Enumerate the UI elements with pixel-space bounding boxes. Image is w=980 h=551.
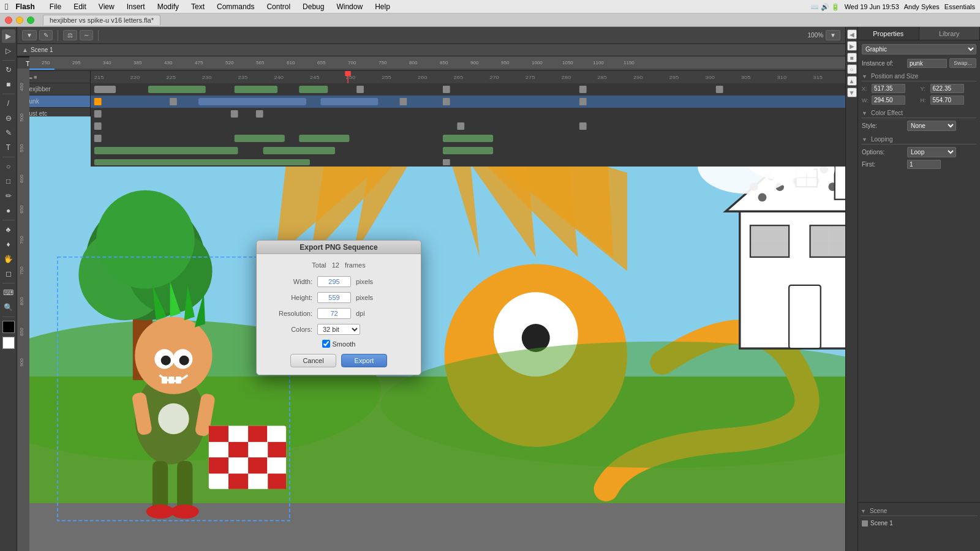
maximize-button[interactable] [27,17,34,24]
svg-rect-103 [810,225,829,241]
options-select[interactable]: Loop Play Once Single Frame [907,147,956,157]
expand-panel-btn[interactable]: ▶ [847,41,857,51]
first-input[interactable] [907,160,941,169]
menu-help[interactable]: Help [370,2,395,11]
new-layer-button[interactable]: ▼ [22,30,37,40]
swap-button[interactable]: Swap... [949,58,976,68]
free-transform-tool[interactable]: ↻ [2,63,15,77]
svg-text:950: 950 [501,60,510,66]
tool-separator-3 [2,157,15,157]
y-input[interactable] [930,84,964,93]
app-name[interactable]: Flash [15,2,34,11]
y-label: Y: [921,86,928,92]
menu-file[interactable]: File [45,2,66,11]
svg-rect-65 [176,377,181,383]
scene-header: ▼ Scene [861,505,978,516]
svg-rect-79 [248,457,267,473]
style-select[interactable]: None Brightness Tint Alpha Advanced [907,121,956,131]
cancel-button[interactable]: Cancel [290,354,336,367]
panel-icon-4[interactable]: ▼ [847,88,857,97]
svg-rect-157 [579,98,587,105]
svg-rect-63 [162,377,167,383]
zoom-dropdown[interactable]: ▼ [826,30,840,40]
pencil-tool[interactable]: ✏ [2,189,15,203]
apple-menu[interactable]:  [5,1,8,12]
scene-name[interactable]: Scene 1 [31,47,53,53]
menu-control[interactable]: Control [262,2,295,11]
height-input[interactable] [317,292,351,303]
w-input[interactable] [872,96,905,105]
svg-rect-151 [94,98,102,105]
snap-button[interactable]: ⚖ [63,30,77,40]
panel-icon-1[interactable]: ■ [847,53,857,62]
minimize-button[interactable] [16,17,23,24]
menu-window[interactable]: Window [331,2,368,11]
lasso-tool[interactable]: ⊖ [2,111,15,125]
scene-item[interactable]: Scene 1 [861,519,978,528]
menu-text[interactable]: Text [186,2,209,11]
pen-tool[interactable]: ✎ [2,126,15,140]
colors-select[interactable]: 32 bit 24 bit 8 bit [317,324,360,335]
select-tool[interactable]: ▶ [2,29,15,43]
tab-properties[interactable]: Properties [858,27,919,40]
essentials-label[interactable]: Essentials [944,3,975,10]
svg-rect-104 [810,241,829,257]
canvas-area[interactable]: 250 295 340 385 430 475 520 565 610 655 … [17,56,845,551]
rect-tool[interactable]: □ [2,174,15,188]
menu-debug[interactable]: Debug [298,2,329,11]
svg-text:225: 225 [166,75,176,80]
line-tool[interactable]: / [2,97,15,110]
close-button[interactable] [5,17,12,24]
smooth-button[interactable]: ∼ [80,30,93,40]
smooth-checkbox[interactable] [322,340,330,348]
subselect-tool[interactable]: ▷ [2,44,15,58]
x-input[interactable] [872,84,905,93]
h-input[interactable] [930,96,964,105]
svg-point-62 [179,356,189,365]
panel-icon-3[interactable]: ▲ [847,76,857,86]
tool-separator-2 [2,94,15,94]
brush-tool[interactable]: ● [2,204,15,217]
paint-bucket-tool[interactable]: ♣ [2,223,15,236]
fill-color-swatch[interactable] [2,337,15,349]
svg-rect-146 [443,86,450,93]
menu-edit[interactable]: Edit [69,2,91,11]
menu-modify[interactable]: Modify [153,2,184,11]
instance-input[interactable] [907,59,947,68]
menu-view[interactable]: View [94,2,119,11]
eyedropper-tool[interactable]: 🖐 [2,252,15,266]
hand-tool[interactable]: ⌨ [2,286,15,299]
timeline-content: ▼ ▬ ■ ▶ hexjibber ▶ punk ▶ dust etc [17,71,845,167]
svg-text:500: 500 [19,113,24,122]
total-value: 12 [332,261,339,269]
eraser-tool[interactable]: ◻ [2,267,15,280]
looping-header: ▼ Looping [862,133,976,144]
svg-rect-152 [170,98,177,105]
filename-tab[interactable]: hexjibber vs spike-u v16 letters.fla* [43,15,160,25]
export-button[interactable]: Export [341,354,387,367]
zoom-tool[interactable]: 🔍 [2,301,15,314]
tab-library[interactable]: Library [919,27,981,40]
width-input[interactable] [317,276,351,287]
menu-insert[interactable]: Insert [122,2,150,11]
gradient-tool[interactable]: ■ [2,78,15,91]
svg-text:230: 230 [202,75,212,80]
timeline-area: Timeline Output ◀◀ ◀ ▶ ▶▶ ◀▶ 249 25.00 f… [17,56,845,167]
type-select[interactable]: Graphic [862,44,976,54]
svg-text:450: 450 [19,83,24,91]
menu-commands[interactable]: Commands [212,2,259,11]
oval-tool[interactable]: ○ [2,160,15,173]
stroke-color-swatch[interactable] [2,321,15,333]
datetime: Wed 19 Jun 19:53 [845,3,899,10]
collapse-panel-btn[interactable]: ◀ [847,29,857,39]
wh-row: W: H: [862,96,976,107]
svg-text:550: 550 [19,144,24,152]
svg-text:430: 430 [164,60,173,66]
edit-button[interactable]: ✎ [39,30,53,40]
resolution-input[interactable] [317,308,351,319]
ink-bottle-tool[interactable]: ♦ [2,238,15,251]
system-icons: ⌨️ 🔊 🔋 [810,3,840,11]
text-tool[interactable]: T [2,141,15,154]
panel-icon-2[interactable]: ○ [847,64,857,74]
timeline-frames[interactable]: 215 220 225 230 235 240 245 250 255 260 … [91,71,845,167]
